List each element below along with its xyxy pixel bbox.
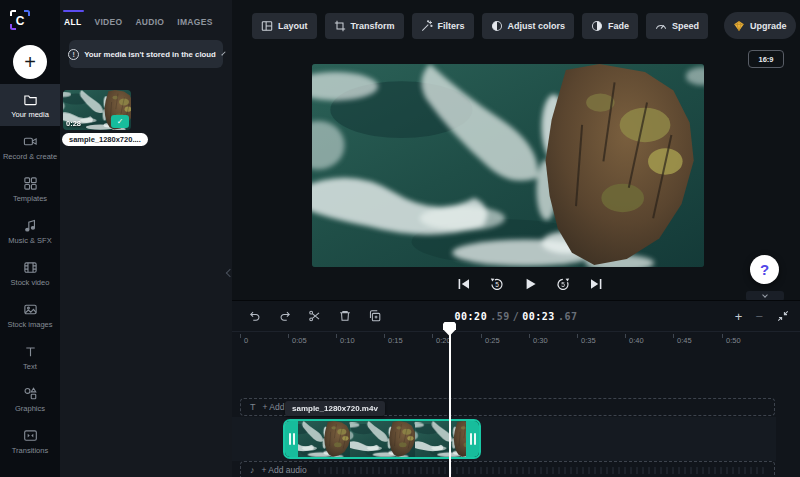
tab-audio[interactable]: AUDIO <box>135 17 164 27</box>
help-button[interactable]: ? <box>750 255 779 284</box>
sidebar-nav: Your media Record & create Templates Mus… <box>0 84 60 477</box>
fit-timeline-button[interactable] <box>776 309 790 323</box>
rewind-5-button[interactable]: 5 <box>489 276 505 292</box>
total-time-frac: .67 <box>558 311 578 322</box>
skip-start-button[interactable] <box>456 276 472 292</box>
sidebar-item-record-create[interactable]: Record & create <box>0 126 60 168</box>
ruler-tick: 0:40 <box>625 332 644 345</box>
music-note-icon <box>23 218 38 233</box>
sidebar: C + Your media Record & create Templates… <box>0 0 60 477</box>
forward-5-button[interactable]: 5 <box>555 276 571 292</box>
delete-button[interactable] <box>334 305 356 327</box>
media-panel: ALL VIDEO AUDIO IMAGES ! Your media isn'… <box>60 0 232 477</box>
current-time: 00:20 <box>455 311 488 322</box>
trim-handle-left[interactable] <box>285 421 298 457</box>
video-preview[interactable] <box>312 64 704 267</box>
sidebar-item-graphics[interactable]: Graphics <box>0 378 60 420</box>
sidebar-item-label: Templates <box>13 194 47 203</box>
timeline: 00:20.59 / 00:23.67 + − 0 0:05 0:10 0:15… <box>232 300 800 477</box>
aspect-ratio-badge[interactable]: 16:9 <box>748 50 784 68</box>
transitions-icon <box>23 428 38 443</box>
film-strip-icon <box>23 260 38 275</box>
sidebar-item-stock-video[interactable]: Stock video <box>0 252 60 294</box>
zoom-in-button[interactable]: + <box>735 310 743 323</box>
speed-gauge-icon <box>655 20 667 32</box>
sidebar-item-templates[interactable]: Templates <box>0 168 60 210</box>
info-icon: ! <box>68 49 79 60</box>
playhead-line <box>449 334 451 477</box>
templates-grid-icon <box>23 176 38 191</box>
timeline-toolbar: 00:20.59 / 00:23.67 + − <box>232 301 800 331</box>
ruler-tick: 0 <box>240 332 248 345</box>
svg-text:5: 5 <box>495 281 499 288</box>
split-button[interactable] <box>304 305 326 327</box>
sidebar-item-stock-images[interactable]: Stock images <box>0 294 60 336</box>
sidebar-item-label: Stock video <box>11 278 50 287</box>
timeline-video-clip[interactable] <box>283 419 481 459</box>
ruler-tick: 0:30 <box>529 332 548 345</box>
total-time: 00:23 <box>522 311 555 322</box>
button-label: Upgrade <box>750 21 787 31</box>
magic-wand-icon <box>421 20 433 32</box>
skip-end-button[interactable] <box>588 276 604 292</box>
image-icon <box>23 302 38 317</box>
tab-images[interactable]: IMAGES <box>177 17 212 27</box>
sidebar-item-label: Text <box>23 362 37 371</box>
button-label: Transform <box>351 21 395 31</box>
button-label: Adjust colors <box>508 21 566 31</box>
add-media-button[interactable]: + <box>13 45 47 79</box>
play-button[interactable] <box>522 276 538 292</box>
tab-all[interactable]: ALL <box>64 17 81 27</box>
preview-area: Layout Transform Filters Adjust colors F… <box>232 0 800 300</box>
undo-button[interactable] <box>244 305 266 327</box>
tab-video[interactable]: VIDEO <box>94 17 122 27</box>
fade-button[interactable]: Fade <box>582 13 638 39</box>
cloud-storage-notice[interactable]: ! Your media isn't stored in the cloud <box>69 40 223 68</box>
media-thumbnail[interactable]: 0:28 ✓ <box>63 90 131 130</box>
sidebar-item-brand-kit-partial[interactable] <box>0 462 60 477</box>
adjust-colors-button[interactable]: Adjust colors <box>482 13 575 39</box>
music-note-icon: ♪ <box>250 465 255 475</box>
filters-button[interactable]: Filters <box>412 13 474 39</box>
ruler-tick: 0:35 <box>577 332 596 345</box>
time-display: 00:20.59 / 00:23.67 <box>455 301 578 331</box>
trim-handle-right[interactable] <box>466 421 479 457</box>
playback-controls: 5 5 <box>456 276 604 292</box>
audio-waveform <box>318 467 765 474</box>
button-label: Filters <box>438 21 465 31</box>
sidebar-item-transitions[interactable]: Transitions <box>0 420 60 462</box>
text-tool-icon: T <box>250 402 256 412</box>
sidebar-item-text[interactable]: Text <box>0 336 60 378</box>
trash-icon <box>338 309 352 323</box>
duplicate-icon <box>368 309 382 323</box>
clip-name-tooltip: sample_1280x720.m4v <box>285 401 385 416</box>
scissors-icon <box>308 309 322 323</box>
timeline-ruler[interactable]: 0 0:05 0:10 0:15 0:20 0:25 0:30 0:35 0:4… <box>232 331 800 351</box>
half-circle-icon <box>491 20 503 32</box>
transform-button[interactable]: Transform <box>325 13 404 39</box>
sidebar-item-music-sfx[interactable]: Music & SFX <box>0 210 60 252</box>
upgrade-button[interactable]: Upgrade <box>724 12 796 39</box>
layout-button[interactable]: Layout <box>252 13 317 39</box>
folder-icon <box>23 92 38 107</box>
cloud-notice-text: Your media isn't stored in the cloud <box>84 50 216 59</box>
text-tool-icon <box>23 344 38 359</box>
redo-button[interactable] <box>274 305 296 327</box>
chevron-down-icon <box>762 292 768 298</box>
ruler-tick: 0:05 <box>288 332 307 345</box>
sidebar-item-label: Graphics <box>15 404 45 413</box>
sidebar-item-your-media[interactable]: Your media <box>0 84 60 126</box>
clipchamp-logo-icon[interactable]: C <box>7 7 33 33</box>
sidebar-item-label: Stock images <box>7 320 52 329</box>
ruler-tick: 0:50 <box>722 332 741 345</box>
ruler-tick: 0:15 <box>384 332 403 345</box>
duplicate-button[interactable] <box>364 305 386 327</box>
speed-button[interactable]: Speed <box>646 13 708 39</box>
zoom-out-button[interactable]: − <box>755 310 763 323</box>
add-audio-track[interactable]: ♪ + Add audio <box>240 461 775 477</box>
timeline-zoom-controls: + − <box>735 301 790 331</box>
add-audio-label: + Add audio <box>262 465 307 475</box>
plus-icon: + <box>24 51 36 74</box>
chevron-down-icon <box>221 51 225 55</box>
clip-duration-badge: 0:28 <box>66 119 81 128</box>
